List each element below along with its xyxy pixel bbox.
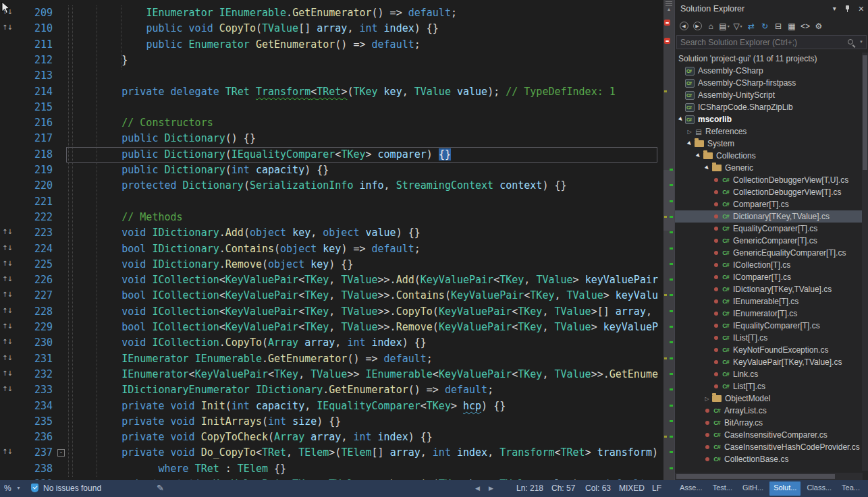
code-line[interactable]: ↑↓232 IEnumerator<KeyValuePair<TKey, TVa…: [0, 367, 658, 382]
code-line[interactable]: 214 private delegate TRet Transform<TRet…: [0, 84, 658, 100]
code-line[interactable]: ↑↓233 IDictionaryEnumerator IDictionary.…: [0, 382, 658, 398]
fold-collapse-box[interactable]: -: [57, 449, 65, 457]
eol-indicator[interactable]: LF: [652, 484, 661, 493]
tree-item[interactable]: C#CollectionDebuggerView[T,U].cs: [675, 174, 863, 186]
editor-scrollbar[interactable]: ▴: [658, 0, 674, 480]
home-icon[interactable]: ⌂: [704, 20, 717, 33]
tree-item[interactable]: C#IList[T].cs: [675, 332, 863, 344]
close-icon[interactable]: ×: [859, 4, 864, 13]
code-line[interactable]: ↑↓231 IEnumerator IEnumerable.GetEnumera…: [0, 351, 658, 367]
code-editor[interactable]: ↑↓209 IEnumerator IEnumerable.GetEnumera…: [0, 0, 658, 480]
reference-glyph-icon[interactable]: ↑↓: [2, 448, 12, 455]
tree-item[interactable]: ICSharpCode.SharpZipLib: [675, 101, 863, 113]
panel-tab[interactable]: GitH...: [738, 481, 767, 496]
code-line[interactable]: ↑↓209 IEnumerator IEnumerable.GetEnumera…: [0, 5, 658, 21]
filter-icon[interactable]: ▽▾: [731, 20, 744, 33]
collapsed-arrow-icon[interactable]: ▷: [685, 129, 694, 135]
tree-item[interactable]: C#Comparer[T].cs: [675, 198, 863, 210]
line-number[interactable]: 226: [13, 272, 53, 288]
code-line[interactable]: 218 public Dictionary(IEqualityComparer<…: [0, 147, 658, 163]
line-number[interactable]: 209: [13, 5, 53, 21]
panel-horizontal-scrollbar-thumb[interactable]: [676, 474, 835, 479]
line-number[interactable]: 237: [13, 445, 53, 461]
line-indicator[interactable]: Ln: 218: [516, 484, 543, 493]
tree-item[interactable]: C#Dictionary[TKey,TValue].cs: [675, 210, 863, 223]
line-number[interactable]: 224: [13, 241, 53, 257]
line-number[interactable]: 238: [13, 461, 53, 477]
collapsed-arrow-icon[interactable]: ▷: [703, 396, 711, 402]
tree-item[interactable]: C#IEqualityComparer[T].cs: [675, 320, 863, 332]
reference-glyph-icon[interactable]: ↑↓: [2, 275, 12, 283]
code-line[interactable]: 238 where TRet : TElem {}: [0, 461, 658, 477]
tree-item[interactable]: C#EqualityComparer[T].cs: [675, 223, 863, 235]
panel-tab[interactable]: Asse...: [676, 481, 707, 496]
tree-item[interactable]: C#List[T].cs: [675, 380, 863, 392]
code-line[interactable]: 236 private void CopyToCheck(Array array…: [0, 430, 658, 445]
tree-item[interactable]: C#BitArray.cs: [675, 417, 863, 429]
panel-vertical-scrollbar[interactable]: [862, 53, 868, 471]
show-all-files-icon[interactable]: ▦: [785, 20, 798, 33]
code-line[interactable]: 220 protected Dictionary(SerializationIn…: [0, 178, 658, 194]
line-number[interactable]: 232: [13, 367, 53, 382]
issues-status[interactable]: No issues found: [43, 484, 101, 493]
code-line[interactable]: ↑↓226 void ICollection<KeyValuePair<TKey…: [0, 272, 658, 288]
code-line[interactable]: ↑↓230 void ICollection.CopyTo(Array arra…: [0, 335, 658, 351]
code-line[interactable]: ↑↓228 void ICollection<KeyValuePair<TKey…: [0, 304, 658, 320]
line-number[interactable]: 214: [13, 84, 53, 100]
code-line[interactable]: 219 public Dictionary(int capacity) {}: [0, 163, 658, 178]
tree-item[interactable]: C#CollectionDebuggerView[T].cs: [675, 186, 863, 198]
split-grip-icon[interactable]: [666, 1, 672, 6]
code-line[interactable]: ↑↓229 bool ICollection<KeyValuePair<TKey…: [0, 320, 658, 335]
tree-item[interactable]: Assembly-CSharp: [675, 65, 863, 77]
tree-item[interactable]: ▷▤References: [675, 125, 863, 138]
tree-item[interactable]: ▷ObjectModel: [675, 392, 863, 405]
reference-glyph-icon[interactable]: ↑↓: [2, 24, 12, 31]
code-line[interactable]: 211 public Enumerator GetEnumerator() =>…: [0, 37, 658, 53]
line-number[interactable]: 234: [13, 399, 53, 414]
line-number[interactable]: 236: [13, 430, 53, 445]
reference-glyph-icon[interactable]: ↑↓: [2, 322, 12, 330]
expanded-arrow-icon[interactable]: ▶: [685, 141, 694, 146]
tree-item[interactable]: Assembly-UnityScript: [675, 89, 863, 101]
back-icon[interactable]: ◀: [677, 20, 690, 33]
panel-vertical-scrollbar-thumb[interactable]: [863, 55, 867, 170]
code-line[interactable]: ↑↓223 void IDictionary.Add(object key, o…: [0, 225, 658, 241]
reference-glyph-icon[interactable]: ↑↓: [2, 370, 12, 377]
code-line[interactable]: 213: [0, 68, 658, 84]
code-line[interactable]: ↑↓224 bool IDictionary.Contains(object k…: [0, 241, 658, 257]
reference-glyph-icon[interactable]: ↑↓: [2, 244, 12, 252]
reference-glyph-icon[interactable]: ↑↓: [2, 307, 12, 314]
panel-tab[interactable]: Class...: [803, 481, 836, 496]
view-code-icon[interactable]: <>: [798, 20, 812, 33]
tree-item[interactable]: C#ArrayList.cs: [675, 405, 863, 417]
reference-glyph-icon[interactable]: ↑↓: [2, 385, 12, 392]
code-line[interactable]: 215: [0, 100, 658, 115]
tree-item[interactable]: C#KeyValuePair[TKey,TValue].cs: [675, 356, 863, 368]
line-number[interactable]: 213: [13, 68, 53, 84]
code-line[interactable]: 234 private void Init(int capacity, IEqu…: [0, 399, 658, 414]
scroll-up-icon[interactable]: ▴: [663, 6, 674, 12]
line-number[interactable]: 219: [13, 163, 53, 178]
properties-icon[interactable]: ⚙: [812, 20, 825, 33]
panel-tab[interactable]: Solut...: [769, 481, 801, 496]
zoom-control[interactable]: %: [4, 484, 11, 493]
code-line[interactable]: 212 }: [0, 53, 658, 68]
forward-icon[interactable]: ▶: [690, 20, 704, 33]
line-number[interactable]: 211: [13, 37, 53, 53]
issues-shield-icon[interactable]: [31, 484, 38, 494]
reference-glyph-icon[interactable]: ↑↓: [2, 354, 12, 361]
tree-item[interactable]: Assembly-CSharp-firstpass: [675, 77, 863, 89]
scrollbar-track[interactable]: [663, 0, 674, 480]
tree-item[interactable]: Solution 'project-gui' (11 of 11 project…: [675, 53, 863, 65]
line-number[interactable]: 220: [13, 178, 53, 194]
code-line[interactable]: ↑↓210 public void CopyTo(TValue[] array,…: [0, 21, 658, 36]
column-indicator[interactable]: Col: 63: [585, 484, 611, 493]
line-number[interactable]: 225: [13, 257, 53, 272]
line-number[interactable]: 216: [13, 115, 53, 131]
code-line[interactable]: 217 public Dictionary() {}: [0, 131, 658, 146]
search-input[interactable]: Search Solution Explorer (Ctrl+;) ▼: [676, 35, 867, 49]
tree-item[interactable]: C#CollectionBase.cs: [675, 453, 863, 465]
refresh-icon[interactable]: ↻: [758, 20, 771, 33]
search-icon[interactable]: [847, 38, 855, 47]
line-number[interactable]: 221: [13, 194, 53, 210]
